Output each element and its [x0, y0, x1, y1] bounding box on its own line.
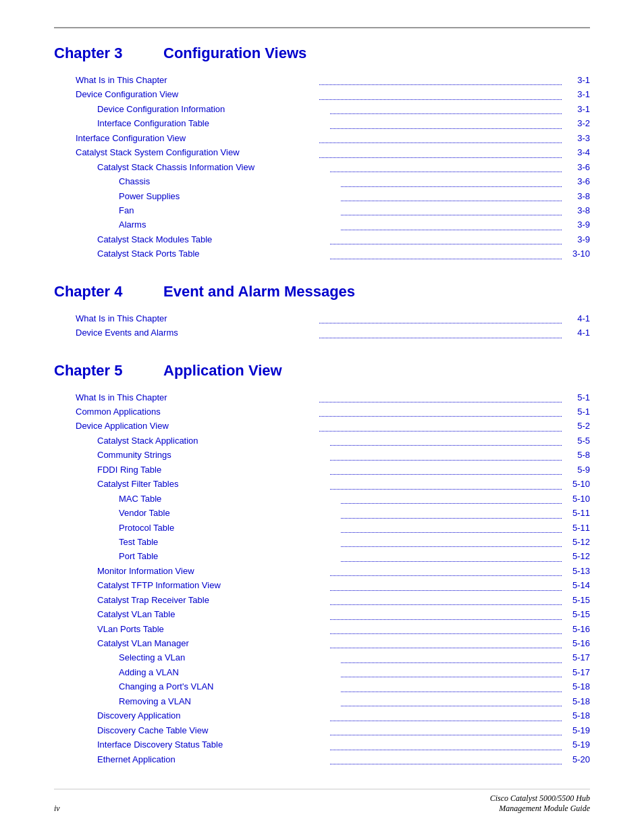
footer-line1: Cisco Catalyst 5000/5500 Hub [490, 793, 590, 804]
toc-entry[interactable]: Removing a VLAN5-18 [54, 694, 590, 708]
toc-entry[interactable]: Ethernet Application5-20 [54, 752, 590, 766]
toc-entry-dots [330, 477, 562, 489]
footer-title: Cisco Catalyst 5000/5500 Hub Management … [490, 793, 590, 814]
toc-entry-page: 3-8 [563, 203, 590, 217]
toc-entry-dots [330, 593, 562, 605]
toc-entry-dots [319, 390, 562, 402]
toc-entry-dots [319, 419, 562, 431]
toc-entry-page: 5-18 [563, 679, 590, 694]
chapter4-heading: Chapter 4Event and Alarm Messages [54, 283, 590, 301]
toc-entry-page: 3-9 [563, 232, 590, 246]
toc-entry-dots [330, 708, 562, 721]
toc-entry[interactable]: Catalyst Trap Receiver Table5-15 [54, 593, 590, 607]
toc-entry[interactable]: What Is in This Chapter5-1 [54, 390, 590, 405]
toc-entry-dots [330, 102, 562, 114]
toc-entry[interactable]: What Is in This Chapter3-1 [54, 73, 590, 87]
toc-entry-text: Discovery Application [97, 708, 329, 723]
toc-entry[interactable]: Discovery Cache Table View5-19 [54, 723, 590, 737]
toc-entry[interactable]: Chassis3-6 [54, 174, 590, 188]
toc-entry-dots [341, 535, 562, 547]
toc-entry[interactable]: Interface Configuration Table3-2 [54, 116, 590, 130]
toc-entry[interactable]: Vendor Table5-11 [54, 506, 590, 520]
toc-entry-text: Common Applications [76, 405, 318, 419]
toc-entry-dots [341, 174, 562, 186]
toc-entry-dots [330, 578, 562, 590]
toc-entry-page: 5-15 [563, 607, 590, 621]
toc-entry-text: Device Configuration Information [97, 102, 329, 116]
toc-entry[interactable]: Test Table5-12 [54, 535, 590, 549]
chapter3-title[interactable]: Configuration Views [163, 45, 306, 62]
toc-entry[interactable]: Interface Discovery Status Table5-19 [54, 737, 590, 752]
toc-entry-text: Monitor Information View [97, 564, 329, 578]
toc-entry[interactable]: Discovery Application5-18 [54, 708, 590, 723]
toc-entry-page: 5-18 [563, 708, 590, 723]
toc-entry[interactable]: MAC Table5-10 [54, 492, 590, 506]
toc-entry[interactable]: Fan3-8 [54, 203, 590, 217]
toc-entry-text: Changing a Port's VLAN [119, 679, 340, 694]
toc-entry-text: Protocol Table [119, 521, 340, 535]
toc-entry-dots [341, 665, 562, 677]
toc-entry[interactable]: Power Supplies3-8 [54, 189, 590, 203]
toc-entry-page: 5-9 [563, 463, 590, 477]
toc-entry[interactable]: Catalyst Stack Application5-5 [54, 434, 590, 448]
chapter4-title[interactable]: Event and Alarm Messages [163, 283, 355, 301]
toc-entry[interactable]: Interface Configuration View3-3 [54, 131, 590, 145]
toc-entry[interactable]: Port Table5-12 [54, 549, 590, 563]
toc-entry-page: 5-16 [563, 622, 590, 636]
toc-entry[interactable]: Device Configuration Information3-1 [54, 102, 590, 116]
toc-entry[interactable]: Alarms3-9 [54, 217, 590, 232]
chapter5-title[interactable]: Application View [163, 362, 282, 380]
toc-entry[interactable]: Community Strings5-8 [54, 448, 590, 462]
toc-entry-page: 3-3 [563, 131, 590, 145]
toc-entry-text: Interface Configuration View [76, 131, 318, 145]
toc-entry[interactable]: Catalyst TFTP Information View5-14 [54, 578, 590, 592]
toc-entry-dots [330, 607, 562, 619]
toc-entry-text: What Is in This Chapter [76, 390, 318, 405]
chapter5-heading: Chapter 5Application View [54, 362, 590, 380]
toc-entry-page: 5-10 [563, 492, 590, 506]
toc-entry-page: 5-13 [563, 564, 590, 578]
toc-entry-text: VLan Ports Table [97, 622, 329, 636]
toc-entry[interactable]: Selecting a VLan5-17 [54, 650, 590, 664]
toc-entry-text: Ethernet Application [97, 752, 329, 766]
chapter3-label[interactable]: Chapter 3 [54, 45, 142, 62]
toc-entry[interactable]: Catalyst Stack Modules Table3-9 [54, 232, 590, 246]
toc-entry-page: 5-1 [563, 390, 590, 405]
toc-entry-page: 4-1 [563, 325, 590, 340]
chapter4-label[interactable]: Chapter 4 [54, 283, 142, 301]
toc-entry[interactable]: Changing a Port's VLAN5-18 [54, 679, 590, 694]
toc-entry-dots [330, 752, 562, 764]
toc-entry-dots [330, 246, 562, 259]
toc-entry[interactable]: What Is in This Chapter4-1 [54, 311, 590, 325]
toc-entry-dots [341, 217, 562, 230]
toc-entry-text: Catalyst Filter Tables [97, 477, 329, 491]
chapter5-label[interactable]: Chapter 5 [54, 362, 142, 380]
toc-entry[interactable]: Catalyst Stack System Configuration View… [54, 145, 590, 159]
toc-entry-page: 3-9 [563, 217, 590, 232]
toc-entry[interactable]: Device Events and Alarms4-1 [54, 325, 590, 340]
toc-entry[interactable]: Monitor Information View5-13 [54, 564, 590, 578]
toc-entry-dots [319, 145, 562, 157]
toc-entry[interactable]: Catalyst VLan Manager5-16 [54, 636, 590, 650]
toc-entry[interactable]: Device Configuration View3-1 [54, 87, 590, 101]
toc-entry[interactable]: Common Applications5-1 [54, 405, 590, 419]
toc-entry-dots [330, 622, 562, 634]
toc-entry-page: 3-1 [563, 73, 590, 87]
toc-entry[interactable]: Catalyst Stack Chassis Information View3… [54, 160, 590, 174]
toc-entry-text: Catalyst Stack System Configuration View [76, 145, 318, 159]
toc-entry[interactable]: Protocol Table5-11 [54, 521, 590, 535]
toc-entry[interactable]: Device Application View5-2 [54, 419, 590, 433]
toc-entry[interactable]: FDDI Ring Table5-9 [54, 463, 590, 477]
toc-entry[interactable]: Catalyst Filter Tables5-10 [54, 477, 590, 491]
toc-entry-text: Community Strings [97, 448, 329, 462]
toc-entry[interactable]: Catalyst VLan Table5-15 [54, 607, 590, 621]
toc-entry-page: 3-8 [563, 189, 590, 203]
toc-entry-text: Catalyst TFTP Information View [97, 578, 329, 592]
toc-entry[interactable]: VLan Ports Table5-16 [54, 622, 590, 636]
toc-entry-page: 5-19 [563, 723, 590, 737]
toc-entry-text: Test Table [119, 535, 340, 549]
toc-entry-text: Selecting a VLan [119, 650, 340, 664]
toc-entry[interactable]: Adding a VLAN5-17 [54, 665, 590, 679]
toc-entry[interactable]: Catalyst Stack Ports Table3-10 [54, 246, 590, 261]
toc-entry-page: 5-16 [563, 636, 590, 650]
